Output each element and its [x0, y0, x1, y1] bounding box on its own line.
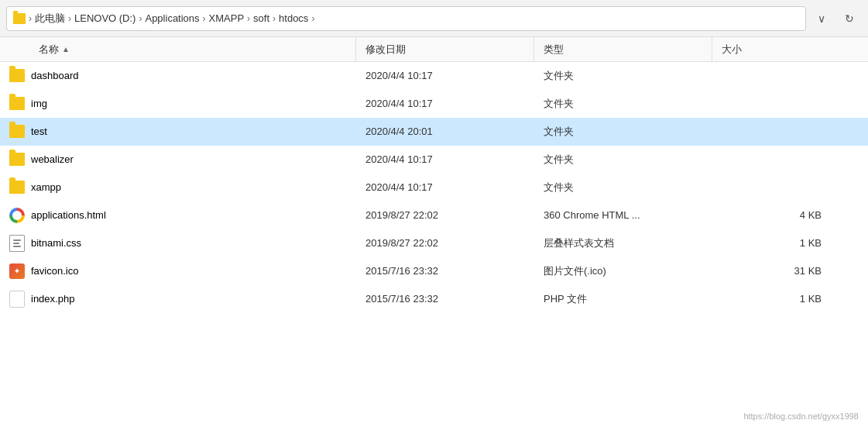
cell-file-date: 2020/4/4 10:17	[356, 62, 534, 89]
breadcrumb-sep-0: ›	[29, 13, 32, 24]
cell-file-size	[712, 62, 868, 89]
table-row[interactable]: index.php 2015/7/16 23:32 PHP 文件 1 KB	[0, 285, 868, 313]
file-rows-container: dashboard 2020/4/4 10:17 文件夹 img 2020/4/…	[0, 62, 868, 313]
cell-file-type: 文件夹	[534, 90, 712, 117]
table-row[interactable]: dashboard 2020/4/4 10:17 文件夹	[0, 62, 868, 90]
column-type[interactable]: 类型	[534, 37, 712, 61]
cell-file-date: 2020/4/4 10:17	[356, 90, 534, 117]
cell-file-name: applications.html	[0, 201, 356, 229]
breadcrumb-xmapp[interactable]: XMAPP	[209, 12, 245, 24]
cell-file-type: 360 Chrome HTML ...	[534, 201, 712, 229]
css-file-icon	[9, 235, 25, 252]
file-name-label: bitnami.css	[31, 237, 81, 249]
refresh-button[interactable]: ↻	[837, 6, 862, 31]
ico-file-icon: ✦	[9, 263, 25, 279]
file-name-label: img	[31, 98, 47, 109]
cell-file-name: index.php	[0, 285, 356, 312]
table-row[interactable]: applications.html 2019/8/27 22:02 360 Ch…	[0, 201, 868, 229]
breadcrumb-applications[interactable]: Applications	[145, 12, 199, 24]
folder-icon	[13, 13, 26, 24]
table-row[interactable]: xampp 2020/4/4 10:17 文件夹	[0, 174, 868, 201]
breadcrumb-sep-4: ›	[247, 13, 250, 24]
table-row[interactable]: ✦ favicon.ico 2015/7/16 23:32 图片文件(.ico)…	[0, 257, 868, 285]
cell-file-name: xampp	[0, 174, 356, 201]
table-row[interactable]: img 2020/4/4 10:17 文件夹	[0, 90, 868, 118]
cell-file-size	[712, 118, 868, 145]
file-name-label: webalizer	[31, 153, 74, 165]
cell-file-size	[712, 174, 868, 201]
file-list-header: 名称 ▲ 修改日期 类型 大小	[0, 37, 868, 62]
breadcrumb-sep-3: ›	[203, 13, 206, 24]
cell-file-size: 31 KB	[712, 257, 868, 284]
cell-file-type: 文件夹	[534, 146, 712, 173]
breadcrumb-sep-5: ›	[273, 13, 276, 24]
file-name-label: favicon.ico	[31, 265, 78, 277]
cell-file-date: 2015/7/16 23:32	[356, 257, 534, 284]
table-row[interactable]: test 2020/4/4 20:01 文件夹	[0, 118, 868, 146]
cell-file-size: 1 KB	[712, 229, 868, 257]
breadcrumb-sep-2: ›	[139, 13, 142, 24]
php-file-icon	[9, 291, 25, 308]
cell-file-name: bitnami.css	[0, 229, 356, 257]
column-date[interactable]: 修改日期	[356, 37, 534, 61]
cell-file-size	[712, 90, 868, 117]
cell-file-date: 2019/8/27 22:02	[356, 201, 534, 229]
breadcrumb-sep-6: ›	[311, 13, 314, 24]
breadcrumb-thispc[interactable]: 此电脑	[35, 12, 65, 26]
folder-icon	[9, 181, 25, 194]
breadcrumb-soft[interactable]: soft	[253, 12, 269, 24]
table-row[interactable]: webalizer 2020/4/4 10:17 文件夹	[0, 146, 868, 174]
breadcrumb-sep-1: ›	[68, 13, 71, 24]
folder-icon	[9, 125, 25, 138]
cell-file-type: PHP 文件	[534, 285, 712, 312]
folder-icon	[9, 97, 25, 110]
cell-file-name: img	[0, 90, 356, 117]
cell-file-type: 文件夹	[534, 62, 712, 89]
breadcrumb-container[interactable]: › 此电脑 › LENOVO (D:) › Applications › XMA…	[6, 6, 806, 31]
cell-file-name: webalizer	[0, 146, 356, 173]
chrome-html-icon	[9, 208, 25, 223]
watermark: https://blog.csdn.net/gyxx1998	[743, 412, 859, 421]
file-name-label: index.php	[31, 293, 74, 305]
table-row[interactable]: bitnami.css 2019/8/27 22:02 层叠样式表文档 1 KB	[0, 229, 868, 257]
folder-icon	[9, 69, 25, 82]
cell-file-size	[712, 146, 868, 173]
file-explorer: 名称 ▲ 修改日期 类型 大小 dashboard 2020/4/4 10:17…	[0, 37, 868, 427]
cell-file-type: 文件夹	[534, 118, 712, 145]
address-bar: › 此电脑 › LENOVO (D:) › Applications › XMA…	[0, 0, 868, 37]
file-name-label: dashboard	[31, 70, 78, 81]
folder-icon	[9, 153, 25, 166]
column-size[interactable]: 大小	[712, 37, 868, 61]
dropdown-button[interactable]: ∨	[809, 6, 834, 31]
cell-file-name: dashboard	[0, 62, 356, 89]
cell-file-type: 文件夹	[534, 174, 712, 201]
column-name[interactable]: 名称 ▲	[0, 37, 356, 61]
cell-file-date: 2020/4/4 20:01	[356, 118, 534, 145]
cell-file-date: 2020/4/4 10:17	[356, 174, 534, 201]
sort-arrow-name: ▲	[62, 45, 70, 53]
breadcrumb-lenovo[interactable]: LENOVO (D:)	[74, 12, 136, 24]
breadcrumb-htdocs[interactable]: htdocs	[279, 12, 308, 24]
cell-file-type: 层叠样式表文档	[534, 229, 712, 257]
cell-file-name: ✦ favicon.ico	[0, 257, 356, 284]
file-list: 名称 ▲ 修改日期 类型 大小 dashboard 2020/4/4 10:17…	[0, 37, 868, 313]
cell-file-type: 图片文件(.ico)	[534, 257, 712, 284]
cell-file-date: 2019/8/27 22:02	[356, 229, 534, 257]
file-name-label: test	[31, 126, 47, 137]
cell-file-name: test	[0, 118, 356, 145]
cell-file-size: 4 KB	[712, 201, 868, 229]
file-name-label: applications.html	[31, 209, 106, 221]
cell-file-size: 1 KB	[712, 285, 868, 312]
address-bar-actions: ∨ ↻	[809, 6, 862, 31]
cell-file-date: 2020/4/4 10:17	[356, 146, 534, 173]
file-name-label: xampp	[31, 181, 61, 193]
cell-file-date: 2015/7/16 23:32	[356, 285, 534, 312]
